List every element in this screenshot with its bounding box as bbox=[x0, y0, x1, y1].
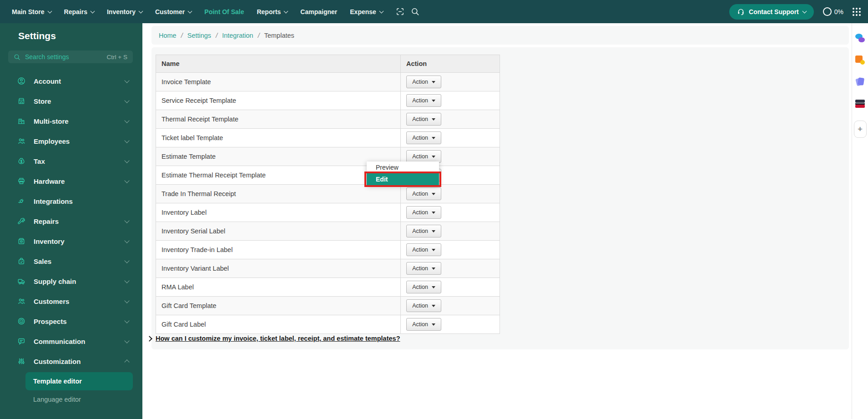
contact-support-button[interactable]: Contact Support bbox=[729, 4, 814, 20]
chevron-down-icon bbox=[379, 9, 384, 13]
action-button-label: Action bbox=[412, 191, 428, 197]
sidebar-item-supply-chain[interactable]: Supply chain bbox=[0, 271, 142, 291]
nav-item-label: Point Of Sale bbox=[204, 8, 244, 15]
chevron-down-icon bbox=[188, 9, 192, 13]
sidebar-item-repairs[interactable]: Repairs bbox=[0, 211, 142, 231]
sidebar-subitem-template-editor[interactable]: Template editor bbox=[25, 372, 133, 390]
hardware-icon bbox=[17, 177, 25, 185]
nav-item-main-store[interactable]: Main Store bbox=[5, 0, 58, 23]
template-name-cell: Estimate Thermal Receipt Template bbox=[156, 166, 401, 185]
table-row: Estimate TemplateAction bbox=[156, 147, 500, 166]
sidebar-menu: AccountStoreMulti-storeEmployeesTaxHardw… bbox=[0, 71, 142, 409]
headset-icon bbox=[737, 8, 745, 15]
chevron-down-icon bbox=[124, 78, 129, 83]
table-row: Gift Card TemplateAction bbox=[156, 297, 500, 315]
nav-item-customer[interactable]: Customer bbox=[149, 0, 198, 23]
template-name-cell: Ticket label Template bbox=[156, 129, 401, 147]
sidebar-item-label: Employees bbox=[34, 137, 70, 145]
chevron-down-icon bbox=[124, 278, 129, 283]
action-cell: Action bbox=[401, 241, 500, 259]
action-dropdown-button[interactable]: Action bbox=[406, 131, 441, 144]
action-dropdown-button[interactable]: Action bbox=[406, 281, 441, 293]
chat-app-icon[interactable] bbox=[855, 33, 865, 43]
nav-item-label: Expense bbox=[350, 8, 376, 15]
search-icon[interactable] bbox=[411, 7, 419, 16]
template-name-cell: Thermal Receipt Template bbox=[156, 110, 401, 129]
sidebar-item-integrations[interactable]: Integrations bbox=[0, 191, 142, 211]
action-dropdown-button[interactable]: Action bbox=[406, 187, 441, 200]
sidebar-item-multi-store[interactable]: Multi-store bbox=[0, 111, 142, 131]
action-dropdown-button[interactable]: Action bbox=[406, 243, 441, 256]
notes-app-icon[interactable] bbox=[855, 77, 865, 87]
menu-item-preview[interactable]: Preview bbox=[367, 162, 439, 173]
sidebar-item-label: Customers bbox=[34, 298, 69, 305]
chevron-up-icon bbox=[124, 359, 129, 364]
customization-icon bbox=[17, 357, 25, 365]
customize-templates-help-link[interactable]: How can I customize my invoice, ticket l… bbox=[156, 335, 400, 342]
caret-down-icon bbox=[432, 81, 435, 83]
template-name-cell: Inventory Trade-in Label bbox=[156, 241, 401, 259]
action-cell: Action bbox=[401, 297, 500, 315]
repairs-icon bbox=[17, 217, 25, 225]
prospects-icon bbox=[17, 317, 25, 325]
flag-app-icon[interactable] bbox=[855, 99, 865, 109]
breadcrumb-settings[interactable]: Settings bbox=[187, 32, 211, 39]
action-button-label: Action bbox=[412, 135, 428, 141]
sidebar-item-customers[interactable]: Customers bbox=[0, 291, 142, 311]
action-dropdown-button[interactable]: Action bbox=[406, 76, 441, 88]
tax-icon bbox=[17, 157, 25, 165]
sidebar-item-employees[interactable]: Employees bbox=[0, 131, 142, 151]
action-dropdown-button[interactable]: Action bbox=[406, 94, 441, 107]
sidebar-item-label: Repairs bbox=[34, 217, 59, 225]
nav-item-expense[interactable]: Expense bbox=[343, 0, 389, 23]
action-dropdown-button[interactable]: Action bbox=[406, 206, 441, 219]
action-button-label: Action bbox=[412, 228, 428, 234]
chevron-down-icon bbox=[124, 158, 129, 163]
sidebar-subitem-language-editor[interactable]: Language editor bbox=[0, 390, 142, 409]
breadcrumb-integration[interactable]: Integration bbox=[222, 32, 253, 39]
sidebar-item-prospects[interactable]: Prospects bbox=[0, 311, 142, 331]
search-icon bbox=[14, 54, 20, 61]
apps-grid-icon[interactable] bbox=[853, 8, 861, 16]
breadcrumb-separator: / bbox=[181, 32, 183, 39]
nav-item-point-of-sale[interactable]: Point Of Sale bbox=[198, 0, 250, 23]
top-navbar: Main StoreRepairsInventoryCustomerPoint … bbox=[0, 0, 868, 23]
sidebar-item-tax[interactable]: Tax bbox=[0, 151, 142, 171]
action-button-label: Action bbox=[412, 247, 428, 253]
breadcrumb-home[interactable]: Home bbox=[159, 32, 177, 39]
action-dropdown-button[interactable]: Action bbox=[406, 299, 441, 312]
nav-item-repairs[interactable]: Repairs bbox=[58, 0, 101, 23]
sidebar-item-hardware[interactable]: Hardware bbox=[0, 171, 142, 191]
caret-down-icon bbox=[432, 100, 435, 102]
sidebar-item-store[interactable]: Store bbox=[0, 91, 142, 111]
breadcrumb: Home/Settings/Integration/Templates bbox=[151, 26, 849, 45]
nav-item-label: Campaigner bbox=[300, 8, 337, 15]
caret-down-icon bbox=[432, 305, 435, 307]
scan-icon[interactable] bbox=[396, 7, 404, 16]
sidebar-item-label: Sales bbox=[34, 257, 51, 265]
nav-item-label: Inventory bbox=[107, 8, 136, 15]
add-icon[interactable]: + bbox=[854, 121, 867, 138]
action-dropdown-button[interactable]: Action bbox=[406, 318, 441, 331]
sidebar-item-account[interactable]: Account bbox=[0, 71, 142, 91]
settings-search-input[interactable] bbox=[24, 53, 103, 61]
action-dropdown-button[interactable]: Action bbox=[406, 262, 441, 275]
sidebar-item-customization[interactable]: Customization bbox=[0, 351, 142, 371]
shapes-app-icon[interactable] bbox=[855, 55, 865, 65]
sidebar-item-communication[interactable]: Communication bbox=[0, 331, 142, 351]
action-dropdown-button[interactable]: Action bbox=[406, 113, 441, 126]
nav-item-reports[interactable]: Reports bbox=[250, 0, 294, 23]
sidebar-item-inventory[interactable]: Inventory bbox=[0, 231, 142, 251]
sidebar-item-label: Hardware bbox=[34, 177, 65, 185]
settings-search-box[interactable]: Ctrl + S bbox=[8, 50, 133, 63]
menu-item-edit[interactable]: Edit bbox=[367, 173, 439, 186]
nav-item-inventory[interactable]: Inventory bbox=[101, 0, 149, 23]
action-button-label: Action bbox=[412, 97, 428, 104]
nav-item-campaigner[interactable]: Campaigner bbox=[294, 0, 343, 23]
table-row: Trade In Thermal ReceiptAction bbox=[156, 185, 500, 203]
chevron-down-icon bbox=[284, 9, 288, 13]
action-cell: Action bbox=[401, 278, 500, 297]
sidebar-item-sales[interactable]: Sales bbox=[0, 251, 142, 271]
action-dropdown-button[interactable]: Action bbox=[406, 225, 441, 237]
action-dropdown-button[interactable]: Action bbox=[406, 150, 441, 163]
